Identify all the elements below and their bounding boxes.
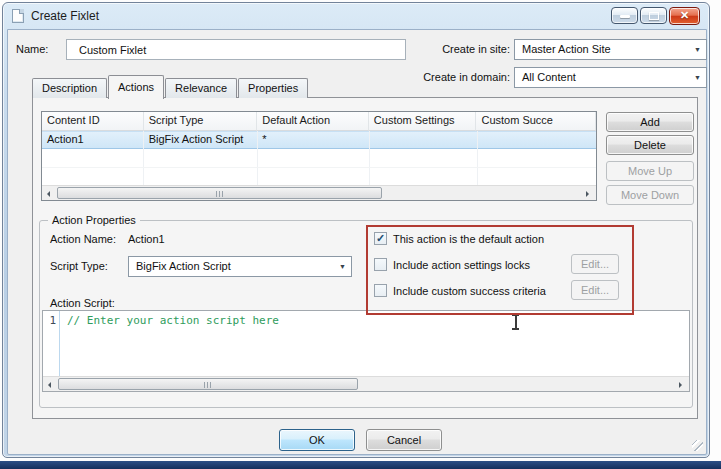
chevron-down-icon: ▼ [694, 46, 701, 53]
grid-line [143, 131, 144, 185]
tab-actions[interactable]: Actions [108, 75, 164, 99]
tab-relevance[interactable]: Relevance [165, 78, 237, 98]
resize-grip[interactable] [692, 440, 703, 451]
scroll-left-icon[interactable] [42, 187, 57, 200]
domain-selected-value: All Content [522, 71, 576, 83]
editor-horizontal-scrollbar[interactable] [43, 376, 689, 391]
line-number: 1 [49, 314, 56, 327]
create-in-domain-label: Create in domain: [344, 71, 510, 83]
create-in-site-dropdown[interactable]: Master Action Site ▼ [514, 39, 707, 60]
scrollbar-grip-icon [216, 191, 224, 197]
table-header-row: Content ID Script Type Default Action Cu… [42, 112, 596, 131]
move-down-button[interactable]: Move Down [606, 185, 694, 205]
minimize-button[interactable] [611, 7, 638, 24]
ok-button[interactable]: OK [279, 429, 355, 451]
tab-description[interactable]: Description [32, 78, 107, 98]
column-header-script-type[interactable]: Script Type [144, 112, 258, 131]
cell-content-id: Action1 [42, 132, 144, 148]
actions-table: Content ID Script Type Default Action Cu… [41, 111, 597, 201]
scrollbar-thumb[interactable] [57, 187, 382, 199]
cancel-button[interactable]: Cancel [366, 429, 442, 451]
default-action-checkbox-label: This action is the default action [393, 233, 544, 245]
tab-strip: Description Actions Relevance Properties [32, 74, 309, 98]
scroll-right-icon[interactable] [674, 378, 689, 391]
window-title: Create Fixlet [31, 9, 99, 23]
script-type-dropdown[interactable]: BigFix Action Script ▼ [128, 256, 352, 277]
settings-locks-checkbox-label: Include action settings locks [393, 259, 530, 271]
column-header-content-id[interactable]: Content ID [42, 112, 144, 131]
text-cursor-icon [511, 314, 520, 330]
column-header-custom-success[interactable]: Custom Succe [476, 112, 596, 131]
screenshot-background: Create Fixlet ✕ Name: Create in site: Ma… [0, 0, 721, 469]
scroll-left-icon[interactable] [43, 378, 58, 391]
minimize-icon [620, 15, 630, 18]
table-horizontal-scrollbar[interactable] [42, 185, 596, 200]
grid-line [257, 131, 258, 185]
cell-script-type: BigFix Action Script [144, 132, 258, 148]
default-action-checkbox[interactable]: ✓ [374, 232, 387, 245]
cell-custom-success [476, 132, 596, 148]
desktop-edge-strip [0, 461, 721, 469]
grid-line [369, 131, 370, 185]
site-selected-value: Master Action Site [522, 43, 611, 55]
tab-properties[interactable]: Properties [238, 78, 308, 98]
action-script-label: Action Script: [50, 297, 115, 309]
column-header-custom-settings[interactable]: Custom Settings [369, 112, 477, 131]
success-criteria-checkbox-label: Include custom success criteria [393, 285, 546, 297]
document-icon [12, 9, 24, 23]
edit-criteria-button[interactable]: Edit... [571, 280, 619, 300]
scroll-right-icon[interactable] [581, 187, 596, 200]
cell-custom-settings [369, 132, 477, 148]
settings-locks-checkbox[interactable] [374, 258, 387, 271]
edit-locks-button[interactable]: Edit... [571, 254, 619, 274]
success-criteria-checkbox[interactable] [374, 284, 387, 297]
name-label: Name: [16, 43, 48, 55]
action-properties-group: Action Properties Action Name: Action1 S… [39, 220, 693, 408]
grid-line [42, 167, 596, 168]
group-legend: Action Properties [48, 214, 140, 226]
delete-button[interactable]: Delete [606, 135, 694, 155]
close-icon: ✕ [670, 9, 699, 22]
script-type-selected-value: BigFix Action Script [136, 260, 231, 272]
maximize-icon [649, 12, 659, 20]
action-name-value: Action1 [128, 233, 165, 245]
scrollbar-grip-icon [204, 382, 212, 388]
action-name-label: Action Name: [50, 233, 116, 245]
scrollbar-thumb[interactable] [58, 378, 358, 390]
cell-default-action: * [257, 132, 369, 148]
close-button[interactable]: ✕ [669, 7, 700, 25]
add-button[interactable]: Add [606, 112, 694, 132]
create-fixlet-dialog: Create Fixlet ✕ Name: Create in site: Ma… [2, 2, 710, 458]
table-row-action1[interactable]: Action1 BigFix Action Script * [42, 131, 596, 149]
create-in-domain-dropdown[interactable]: All Content ▼ [514, 67, 707, 88]
move-up-button[interactable]: Move Up [606, 161, 694, 181]
column-header-default-action[interactable]: Default Action [257, 112, 369, 131]
line-number-gutter: 1 [43, 311, 60, 377]
script-code-text: // Enter your action script here [67, 314, 279, 327]
script-type-label: Script Type: [50, 260, 108, 272]
chevron-down-icon: ▼ [339, 263, 346, 270]
title-bar[interactable]: Create Fixlet ✕ [3, 3, 709, 29]
grid-line [477, 131, 478, 185]
window-controls: ✕ [609, 7, 700, 25]
actions-tab-panel: Content ID Script Type Default Action Cu… [32, 97, 698, 419]
action-script-editor[interactable]: 1 // Enter your action script here [42, 310, 690, 392]
dialog-client-area: Name: Create in site: Master Action Site… [7, 29, 707, 455]
maximize-button[interactable] [640, 7, 667, 24]
create-in-site-label: Create in site: [344, 43, 510, 55]
chevron-down-icon: ▼ [694, 74, 701, 81]
